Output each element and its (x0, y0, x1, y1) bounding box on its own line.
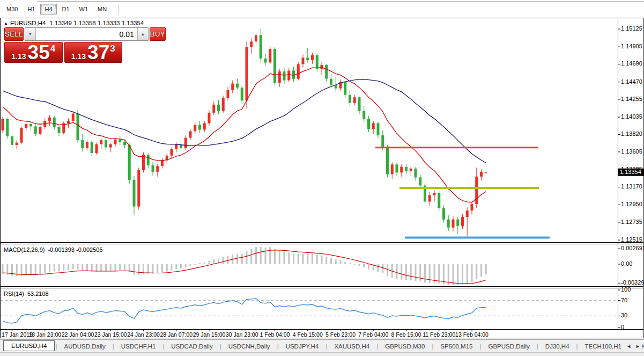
tab-divider: | (220, 343, 221, 350)
sell-price-display[interactable]: 1.13354 (4, 42, 63, 63)
svg-text:1.12515: 1.12515 (621, 236, 642, 243)
buy-price-big-digits: 37 (87, 43, 109, 62)
chart-tab-AUDUSD-Daily[interactable]: AUDUSD,Daily (57, 341, 112, 352)
tab-divider: | (113, 343, 114, 350)
chart-tab-DJ30-H4[interactable]: DJ30,H4 (539, 341, 576, 352)
chart-tab-bar: EURUSD,H4|AUDUSD,Daily|USDCHF,H1|USDCAD,… (0, 339, 644, 353)
chart-tab-TECH100-H1[interactable]: TECH100,H1 (579, 341, 628, 352)
rsi-value: 53.2108 (27, 290, 49, 297)
svg-text:13 Feb 04:00: 13 Feb 04:00 (455, 331, 488, 338)
one-click-trading-panel: SELL ▼ ▲ BUY 1.13354 1.13373 (4, 27, 122, 63)
svg-text:0.002691: 0.002691 (621, 245, 644, 251)
svg-text:7 Feb 04:00: 7 Feb 04:00 (358, 331, 388, 338)
svg-text:1.14470: 1.14470 (621, 78, 642, 85)
svg-text:18 Jan 23:00: 18 Jan 23:00 (28, 331, 61, 338)
tab-divider: | (277, 343, 279, 350)
chart-tab-GBPUSD-Daily[interactable]: GBPUSD,Daily (482, 341, 536, 352)
svg-text:1.14690: 1.14690 (621, 60, 642, 67)
volume-decrease-button[interactable]: ▼ (25, 28, 36, 40)
tab-scroll-left-button[interactable]: ◄ (624, 343, 633, 350)
tab-scroll-right-button[interactable]: ► (633, 343, 642, 350)
chart-tab-GBPUSD-M30[interactable]: GBPUSD,M30 (379, 341, 431, 352)
svg-text:1.13354: 1.13354 (620, 169, 641, 175)
chart-tab-USDCNH-Daily[interactable]: USDCNH,Daily (222, 341, 277, 352)
chart-ohlc-quotes: 1.13349 1.13358 1.13333 1.13354 (49, 20, 144, 26)
collapse-triangle-icon[interactable]: ▲ (4, 21, 8, 26)
chart-tab-USDCAD-Daily[interactable]: USDCAD,Daily (165, 341, 219, 352)
tab-divider: | (325, 343, 327, 350)
tab-divider: | (376, 343, 378, 350)
macd-values: -0.001393 -0.002505 (48, 246, 102, 253)
chart-symbol-label: EURUSD,H4 (10, 20, 46, 26)
macd-name: MACD(12,26,9) (4, 246, 45, 253)
sell-price-big-digits: 35 (28, 43, 50, 62)
svg-text:1 Feb 04:00: 1 Feb 04:00 (260, 331, 290, 338)
chart-tab-SP500-M15[interactable]: SP500,M15 (434, 341, 479, 352)
buy-button[interactable]: BUY (150, 27, 166, 41)
svg-text:1.13170: 1.13170 (621, 183, 642, 190)
svg-text:1.12950: 1.12950 (621, 201, 642, 207)
tab-divider: | (480, 343, 482, 350)
chart-tab-USDJPY-H4[interactable]: USDJPY,H4 (279, 341, 325, 352)
sell-price-prefix: 1.13 (11, 52, 26, 61)
rsi-indicator-label: RSI(14)53.2108 (4, 290, 49, 297)
tab-divider: | (576, 343, 578, 350)
tab-divider: | (537, 343, 538, 350)
sell-price-pipette: 4 (50, 43, 55, 54)
svg-text:70: 70 (621, 297, 627, 303)
svg-text:24 Jan 23:00: 24 Jan 23:00 (127, 331, 160, 338)
svg-text:1.14255: 1.14255 (621, 96, 642, 102)
svg-text:8 Feb 15:00: 8 Feb 15:00 (391, 331, 421, 338)
svg-text:17 Jan 2019: 17 Jan 2019 (2, 331, 33, 338)
tab-scroll-arrows: ◄ ► (622, 340, 642, 353)
rsi-name: RSI(14) (4, 290, 24, 297)
tab-divider: | (162, 343, 164, 350)
svg-text:23 Jan 15:00: 23 Jan 15:00 (94, 331, 127, 338)
chart-title: ▲EURUSD,H41.13349 1.13358 1.13333 1.1335… (4, 20, 144, 26)
svg-text:100: 100 (621, 286, 631, 293)
chart-tab-EURUSD-H4[interactable]: EURUSD,H4 (3, 340, 55, 351)
svg-text:28 Jan 07:00: 28 Jan 07:00 (160, 331, 193, 338)
svg-text:1.14035: 1.14035 (621, 113, 642, 120)
svg-text:0.00: 0.00 (621, 260, 632, 267)
svg-text:1.15125: 1.15125 (621, 25, 642, 32)
volume-spinner: ▼ ▲ (25, 27, 149, 41)
tab-divider: | (55, 343, 57, 350)
buy-price-pipette: 3 (110, 43, 115, 54)
buy-price-prefix: 1.13 (71, 52, 86, 61)
chart-tab-XAUUSD-H4[interactable]: XAUUSD,H4 (328, 341, 376, 352)
svg-text:30: 30 (621, 312, 627, 318)
tab-divider: | (432, 343, 433, 350)
svg-text:29 Jan 15:00: 29 Jan 15:00 (193, 331, 226, 338)
chart-tab-USDCHF-H1[interactable]: USDCHF,H1 (115, 341, 162, 352)
svg-text:1.13820: 1.13820 (621, 130, 642, 137)
status-bar (0, 352, 644, 356)
svg-text:11 Feb 23:00: 11 Feb 23:00 (423, 331, 455, 338)
svg-text:1.12735: 1.12735 (621, 219, 642, 225)
svg-text:0: 0 (621, 324, 624, 330)
svg-text:1.13605: 1.13605 (621, 148, 642, 155)
buy-price-display[interactable]: 1.13373 (64, 42, 123, 63)
svg-text:5 Feb 23:00: 5 Feb 23:00 (325, 331, 356, 338)
mt4-window: M30H1H4D1W1MN 1.151251.149051.146901.144… (0, 0, 644, 356)
svg-text:-0.003296: -0.003296 (621, 279, 644, 286)
svg-text:1.14905: 1.14905 (621, 43, 642, 49)
macd-indicator-label: MACD(12,26,9)-0.001393 -0.002505 (4, 246, 103, 253)
svg-text:30 Jan 23:00: 30 Jan 23:00 (226, 331, 258, 338)
volume-increase-button[interactable]: ▲ (137, 28, 148, 40)
svg-text:22 Jan 04:00: 22 Jan 04:00 (62, 331, 94, 338)
sell-button[interactable]: SELL (4, 27, 24, 41)
volume-input[interactable] (36, 28, 137, 40)
svg-text:4 Feb 15:00: 4 Feb 15:00 (293, 331, 323, 338)
